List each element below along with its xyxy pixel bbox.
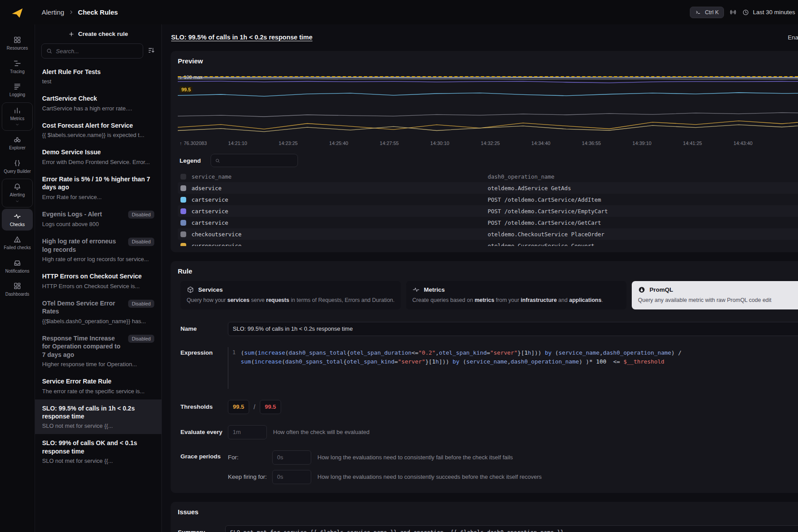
threshold-degraded-input[interactable] [228, 400, 249, 414]
legend-row[interactable]: checkoutserviceoteldemo.CheckoutService … [178, 228, 798, 240]
legend-operation-name: oteldemo.CurrencyService Convert [488, 243, 595, 246]
sidebar-item-label: Tracing [10, 69, 25, 74]
sidebar-item-label: Logging [9, 92, 25, 98]
preview-heading: Preview [178, 57, 798, 65]
rule-list-item[interactable]: Cost Forecast Alert for Service{{ $label… [35, 117, 161, 143]
sidebar-item-checks[interactable]: Checks [2, 209, 33, 231]
sidebar-item-explorer[interactable]: Explorer [2, 132, 33, 154]
legend-service-name: cartservice [192, 219, 488, 226]
evaluate-row: Evaluate every How often the check will … [180, 425, 798, 439]
rule-item-subtitle: Higher response time for Operation... [42, 361, 154, 368]
rule-item-subtitle: Error Rate for service... [42, 194, 154, 200]
card-title: PromQL [649, 286, 673, 293]
query-type-card-metrics[interactable]: MetricsCreate queries based on metrics f… [406, 281, 626, 309]
page-title[interactable]: SLO: 99.5% of calls in 1h < 0.2s respons… [171, 34, 313, 41]
rule-list: Alert Rule For TeststestCartService Chec… [35, 63, 161, 532]
sidebar-item-metrics[interactable]: Metrics [2, 102, 33, 131]
rule-list-item[interactable]: Alert Rule For Teststest [35, 63, 161, 90]
main-content: SLO: 99.5% of calls in 1h < 0.2s respons… [162, 24, 798, 532]
legend-search-input[interactable] [224, 157, 293, 164]
rule-item-subtitle: SLO not met for service {{... [42, 458, 154, 464]
broadcast-button[interactable] [729, 8, 737, 16]
x-tick-label: 14:27:55 [380, 141, 399, 146]
series-color-swatch [180, 197, 186, 203]
rule-list-item[interactable]: Service Error Rate RuleThe error rate of… [35, 372, 161, 399]
create-check-rule-button[interactable]: Create check rule [68, 31, 128, 37]
chevron-down-icon [15, 199, 20, 203]
enabled-label: Enabled [788, 34, 798, 41]
rule-list-item[interactable]: Error Rate is 5% / 10 % higher than 7 da… [35, 170, 161, 205]
broadcast-icon [729, 8, 737, 16]
grace-row-input[interactable] [272, 470, 311, 484]
rule-search-input[interactable] [56, 48, 138, 55]
terminal-icon [695, 9, 701, 16]
pulse-icon [412, 286, 420, 293]
rule-item-title: Error Rate is 5% / 10 % higher than 7 da… [42, 175, 154, 192]
rule-item-subtitle: {{ $labels.service.name}} is expected t.… [42, 132, 154, 138]
sidebar-item-alerting[interactable]: Alerting [2, 179, 33, 207]
grace-row-input[interactable] [272, 450, 311, 465]
query-type-card-services[interactable]: ServicesQuery how your services serve re… [180, 281, 401, 309]
name-input[interactable] [228, 322, 798, 336]
promql-editor[interactable]: 1 (sum(increase(dash0_spans_total{otel_s… [228, 347, 798, 389]
grace-periods-row: Grace periods For:How long the evaluatio… [180, 450, 798, 484]
dash0-logo[interactable] [11, 6, 24, 21]
name-row: Name [180, 322, 798, 336]
rule-list-item[interactable]: OTel Demo Service Error RatesDisabled{{$… [35, 294, 161, 329]
rule-list-item[interactable]: Evgenis Logs - AlertDisabledLogs count a… [35, 205, 161, 233]
sidebar-item-tracing[interactable]: Tracing [2, 56, 33, 78]
rule-item-subtitle: Error with Demo Frontend Service. Error.… [42, 159, 154, 165]
legend-row[interactable]: currencyserviceoteldemo.CurrencyService … [178, 240, 798, 246]
legend-row[interactable]: cartservicePOST /oteldemo.CartService/Ad… [178, 194, 798, 205]
legend-col-service: service_name [192, 173, 488, 180]
x-tick-label: 14:30:10 [430, 141, 450, 146]
sidebar-item-query-builder[interactable]: Query Builder [2, 156, 33, 178]
legend-operation-name: POST /oteldemo.CartService/GetCart [488, 219, 601, 226]
explorer-icon [13, 136, 21, 144]
series-color-swatch [180, 208, 186, 214]
rule-item-subtitle: {{$labels.dash0_operation_name}} has... [42, 318, 154, 325]
breadcrumb-alerting[interactable]: Alerting [42, 8, 64, 16]
grace-row-label: Keep firing for: [228, 473, 272, 480]
search-icon [215, 158, 220, 164]
sidebar-item-failed-checks[interactable]: Failed checks [2, 232, 33, 254]
rule-list-item[interactable]: Response Time Increase for Operation com… [35, 329, 161, 372]
rule-list-item[interactable]: SLO: 99% of calls OK and < 0.1s response… [35, 434, 161, 469]
legend-row[interactable]: cartservicePOST /oteldemo.CartService/Em… [178, 205, 798, 217]
legend-row[interactable]: cartservicePOST /oteldemo.CartService/Ge… [178, 217, 798, 228]
legend-row[interactable]: adserviceoteldemo.AdService GetAds [178, 182, 798, 194]
legend-select-all-swatch[interactable] [180, 174, 186, 180]
sort-button[interactable] [148, 47, 155, 55]
logging-icon [13, 82, 21, 90]
query-type-card-promql[interactable]: PromQLQuery any available metric with ra… [632, 281, 798, 309]
content-row: Create check rule Alert Rule For Testste… [35, 24, 798, 532]
rule-item-title: Evgenis Logs - Alert [42, 210, 102, 218]
sidebar-item-resources[interactable]: Resources [2, 32, 33, 55]
rule-list-item[interactable]: CartService CheckCartService has a high … [35, 90, 161, 116]
rule-list-item[interactable]: Demo Service IssueError with Demo Fronte… [35, 143, 161, 170]
logo-mark [11, 6, 24, 20]
command-palette-button[interactable]: Ctrl K [690, 7, 724, 18]
expression-row: Expression 1 (sum(increase(dash0_spans_t… [180, 347, 798, 389]
sidebar-item-logging[interactable]: Logging [2, 79, 33, 101]
evaluate-input[interactable] [228, 425, 267, 439]
rule-item-subtitle: HTTP Errors on Checkout Service is... [42, 283, 154, 289]
sidebar-item-dashboards[interactable]: Dashboards [2, 278, 33, 301]
create-check-rule-label: Create check rule [78, 31, 128, 37]
sidebar-item-notifications[interactable]: Notifications [2, 255, 33, 278]
threshold-failed-input[interactable] [260, 400, 281, 414]
grace-periods-label: Grace periods [180, 450, 228, 460]
disabled-badge: Disabled [128, 335, 154, 343]
rule-list-item[interactable]: HTTP Errors on Checkout ServiceHTTP Erro… [35, 267, 161, 294]
breadcrumb-check-rules[interactable]: Check Rules [78, 8, 118, 16]
time-range-picker[interactable]: Last 30 minutes [742, 9, 798, 16]
rule-list-item[interactable]: High log rate of erroneus log recordsDis… [35, 232, 161, 267]
rule-item-subtitle: Logs count above 800 [42, 221, 154, 227]
summary-input[interactable] [225, 525, 798, 532]
clock-icon [742, 9, 749, 16]
rule-list-item[interactable]: SLO: 99.5% of calls in 1h < 0.2s respons… [35, 399, 161, 434]
legend-operation-name: POST /oteldemo.CartService/EmptyCart [488, 208, 608, 215]
rule-item-title: CartService Check [42, 94, 97, 102]
promql-icon [638, 286, 645, 293]
expression-label: Expression [180, 347, 228, 356]
